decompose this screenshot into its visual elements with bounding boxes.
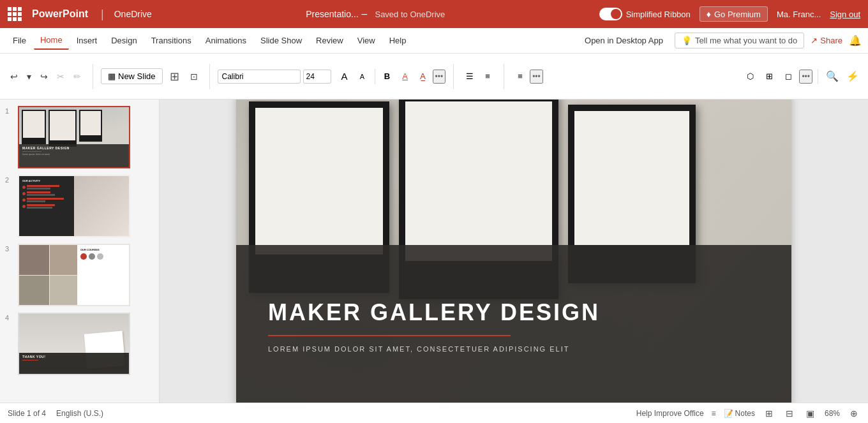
format-painter-button[interactable]: ✏ [70,69,85,84]
search-ribbon-icon[interactable]: 🔍 [823,68,841,85]
thumb3-circles [80,253,126,260]
reading-view-button[interactable]: ▣ [804,407,817,420]
sign-out-button[interactable]: Sign out [830,10,860,19]
filename[interactable]: Presentatio... [306,9,359,19]
slide-thumb-3[interactable]: OUR COURSES [18,244,130,306]
zoom-button[interactable]: ⊕ [848,407,860,420]
thumb1-frames [19,107,129,146]
menu-insert[interactable]: Insert [70,32,104,49]
ribbon-divider-4 [453,64,454,89]
font-more-button[interactable]: ••• [433,70,446,84]
notes-label: Notes [735,409,755,418]
arrange-button[interactable]: ⊞ [761,68,777,85]
undo-dropdown[interactable]: ▾ [23,69,35,84]
bold-button[interactable]: B [379,68,396,85]
thumb2-heading: OUR ACTIVITY [22,179,73,182]
slide-item-4[interactable]: 4 THANK YOU! [3,311,156,376]
title-bar-center: Presentatio... – Saved to OneDrive [162,8,589,20]
slide-size-button[interactable]: ⊡ [186,69,202,84]
align-group: ≡ ••• [512,68,543,85]
menu-home[interactable]: Home [34,31,69,50]
thumb3-circle-3 [97,253,103,260]
thumb2-row-3 [22,198,73,202]
simplified-ribbon-toggle[interactable] [599,8,622,20]
thumb2-dark: OUR ACTIVITY [19,176,77,236]
font-size-input[interactable] [303,70,331,84]
slide-thumb-1[interactable]: MAKER GALLERY DESIGN lorem ipsum dolor s… [18,106,130,168]
bullets-button[interactable]: ☰ [461,68,478,85]
slide-thumb-2[interactable]: OUR ACTIVITY [18,175,130,237]
canvas-area[interactable]: MAKER GALLERY DESIGN LOREM IPSUM DOLOR S… [160,100,868,403]
thumb1-frame-c [79,110,102,142]
thumb2-row-2 [22,191,73,196]
increase-font-button[interactable]: A [336,68,353,85]
waffle-icon[interactable] [8,7,22,21]
layout-button[interactable]: ⊞ [168,68,181,85]
thumb2-dot-4 [22,205,26,208]
slide-divider [268,335,511,336]
new-slide-button[interactable]: ▦ New Slide [101,68,163,84]
cut-button[interactable]: ✂ [53,69,68,84]
go-premium-button[interactable]: ♦ Go Premium [700,6,768,22]
font-group [218,70,331,84]
saved-status: Saved to OneDrive [375,10,445,19]
tell-me-input[interactable]: 💡 Tell me what you want to do [675,33,804,48]
bell-icon[interactable]: 🔔 [849,34,862,47]
menu-transitions[interactable]: Transitions [145,32,198,49]
menu-help[interactable]: Help [383,32,413,49]
numbering-button[interactable]: ≡ [479,68,496,85]
slide-sorter-button[interactable]: ⊟ [783,407,796,420]
font-family-input[interactable] [218,70,301,84]
slide-canvas[interactable]: MAKER GALLERY DESIGN LOREM IPSUM DOLOR S… [236,100,791,403]
menu-slideshow[interactable]: Slide Show [254,32,308,49]
user-name[interactable]: Ma. Franc... [777,10,821,19]
thumb3-circle-2 [89,253,95,260]
thumb4-line [22,360,38,360]
menu-view[interactable]: View [351,32,382,49]
share-button[interactable]: ↗ Share [811,36,842,45]
slide-item-1[interactable]: 1 MAKER GALLERY DESIGN lorem i [3,105,156,170]
menu-file[interactable]: File [6,32,33,49]
lightning-ribbon-icon[interactable]: ⚡ [844,68,862,85]
onedrive-label[interactable]: OneDrive [114,9,152,19]
menu-review[interactable]: Review [310,32,350,49]
highlight-button[interactable]: A [397,68,414,85]
thumb2-bar-1 [27,185,59,187]
notes-button[interactable]: 📝 Notes [724,409,755,418]
slide-background: MAKER GALLERY DESIGN LOREM IPSUM DOLOR S… [236,100,791,403]
main-layout: 1 MAKER GALLERY DESIGN lorem i [0,100,868,403]
slide-item-3[interactable]: 3 OUR COURSES [3,242,156,308]
thumb2-label-3 [27,200,45,202]
redo-button[interactable]: ↪ [36,69,52,84]
open-desktop-button[interactable]: Open in Desktop App [580,33,668,48]
thumb2-row-1 [22,185,73,189]
share-label: Share [820,36,842,45]
thumb3-cell-4 [50,276,80,306]
font-color-button[interactable]: A̲ [415,68,431,85]
slide-item-2[interactable]: 2 OUR ACTIVITY [3,174,156,239]
thumb2-dot-3 [22,198,26,202]
thumb2-dot-1 [22,186,26,189]
thumb1-frame-inner-b [50,111,75,140]
undo-button[interactable]: ↩ [6,69,22,84]
ribbon: ↩ ▾ ↪ ✂ ✏ ▦ New Slide ⊞ ⊡ A A B A A̲ •••… [0,54,868,100]
shapes-button[interactable]: ⬡ [742,68,758,85]
normal-view-button[interactable]: ⊞ [763,407,775,420]
zoom-level: 68% [825,409,840,418]
notes-icon: 📝 [724,409,733,418]
share-icon: ↗ [811,36,818,45]
align-button[interactable]: ≡ [512,68,528,85]
list-group: ☰ ≡ [461,68,496,85]
menu-design[interactable]: Design [105,32,143,49]
decrease-font-button[interactable]: A [354,68,371,85]
style-button[interactable]: ◻ [780,68,797,85]
menu-animations[interactable]: Animations [199,32,253,49]
title-bar: PowerPoint | OneDrive Presentatio... – S… [0,0,868,28]
new-slide-icon: ▦ [108,71,116,81]
thumb3-cell-1 [19,245,49,275]
drawing-more-button[interactable]: ••• [799,70,812,84]
thumb3-collage [19,245,80,305]
align-more-button[interactable]: ••• [530,70,543,84]
help-improve-button[interactable]: Help Improve Office [636,409,704,418]
slide-thumb-4[interactable]: THANK YOU! [18,313,130,375]
